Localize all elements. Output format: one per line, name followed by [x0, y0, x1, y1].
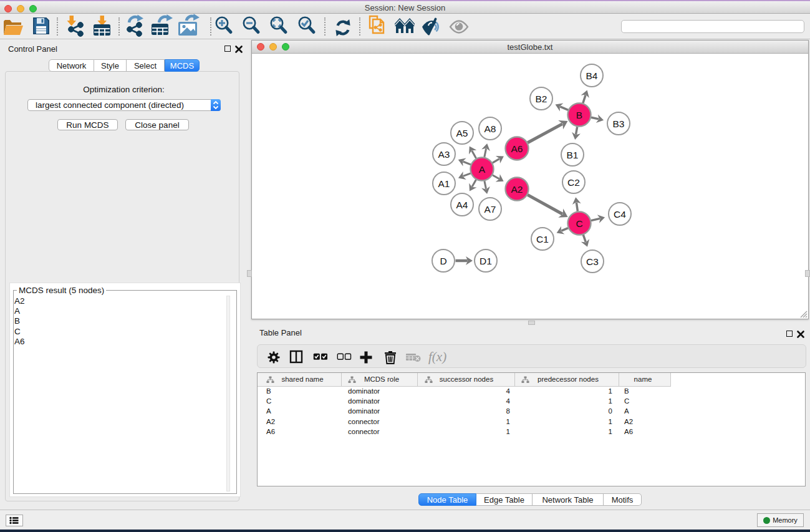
- svg-text:B3: B3: [613, 118, 625, 129]
- svg-text:D: D: [440, 256, 446, 266]
- svg-text:A3: A3: [438, 149, 450, 160]
- svg-text:B2: B2: [536, 94, 547, 104]
- svg-text:A6: A6: [511, 143, 523, 154]
- svg-text:A4: A4: [456, 200, 468, 210]
- svg-text:B4: B4: [586, 70, 598, 81]
- svg-text:B1: B1: [567, 150, 579, 160]
- svg-text:C: C: [576, 218, 582, 229]
- svg-text:A8: A8: [485, 123, 496, 134]
- svg-text:A5: A5: [456, 128, 468, 138]
- svg-text:C1: C1: [536, 234, 549, 244]
- svg-text:A: A: [479, 164, 486, 175]
- svg-text:B: B: [576, 110, 582, 120]
- svg-text:C4: C4: [614, 209, 626, 220]
- svg-text:A2: A2: [511, 184, 523, 195]
- svg-text:D1: D1: [480, 256, 492, 266]
- svg-text:A1: A1: [438, 178, 450, 189]
- svg-text:C3: C3: [586, 256, 599, 267]
- svg-text:C2: C2: [567, 177, 580, 188]
- svg-text:A7: A7: [485, 204, 496, 215]
